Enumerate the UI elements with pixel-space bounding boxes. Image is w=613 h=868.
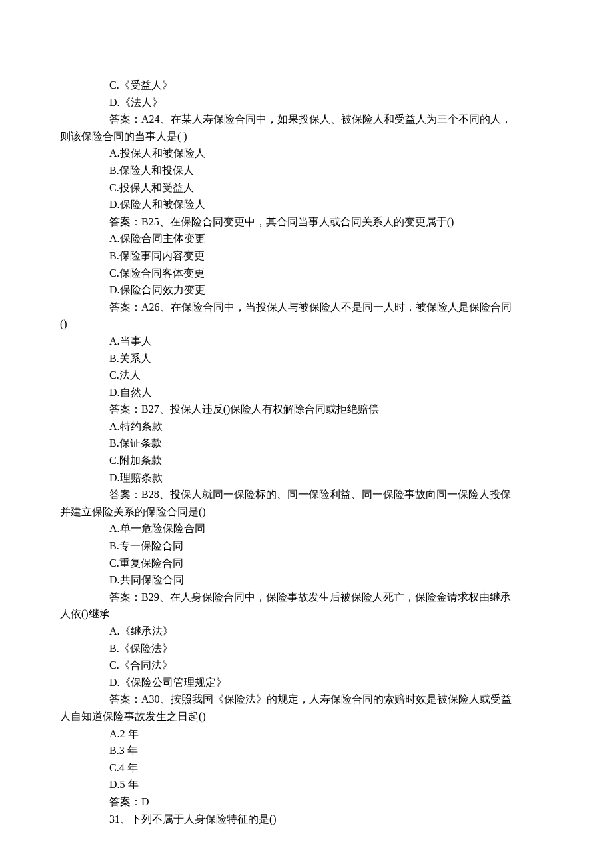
text-line: C.《合同法》 (60, 657, 553, 674)
text-line: D.理赔条款 (60, 469, 553, 487)
text-line: A.当事人 (60, 333, 553, 350)
text-line: D.自然人 (60, 384, 553, 401)
text-line: C.《受益人》 (60, 77, 553, 94)
text-line: B.保险人和投保人 (60, 162, 553, 179)
text-line: B.关系人 (60, 350, 553, 367)
text-line: A.《继承法》 (60, 623, 553, 640)
text-line: D.《保险公司管理规定》 (60, 674, 553, 691)
text-line: 答案：A26、在保险合同中，当投保人与被保险人不是同一人时，被保险人是保险合同 (60, 299, 553, 316)
text-line: C.附加条款 (60, 452, 553, 469)
text-line: 答案：A30、按照我国《保险法》的规定，人寿保险合同的索赔时效是被保险人或受益 (60, 691, 553, 708)
text-line: C.投保人和受益人 (60, 179, 553, 197)
text-line: B.《保险法》 (60, 640, 553, 657)
text-line: A.投保人和被保险人 (60, 145, 553, 162)
text-line: 答案：B27、投保人违反()保险人有权解除合同或拒绝赔偿 (60, 401, 553, 418)
text-line: D.5 年 (60, 776, 553, 793)
text-line: D.共同保险合同 (60, 571, 553, 589)
text-line: D.《法人》 (60, 94, 553, 111)
text-line: C.法人 (60, 367, 553, 384)
text-line: 答案：B28、投保人就同一保险标的、同一保险利益、同一保险事故向同一保险人投保 (60, 486, 553, 503)
text-line: A.2 年 (60, 725, 553, 743)
text-line: () (60, 315, 553, 333)
text-line: 答案：B25、在保险合同变更中，其合同当事人或合同关系人的变更属于() (60, 213, 553, 231)
text-line: 人依()继承 (60, 605, 553, 623)
text-line: 答案：A24、在某人寿保险合同中，如果投保人、被保险人和受益人为三个不同的人， (60, 111, 553, 128)
text-line: A.保险合同主体变更 (60, 230, 553, 247)
text-line: B.3 年 (60, 742, 553, 759)
text-line: 答案：D (60, 793, 553, 811)
text-line: A.特约条款 (60, 418, 553, 435)
document-content: C.《受益人》D.《法人》答案：A24、在某人寿保险合同中，如果投保人、被保险人… (60, 77, 553, 827)
text-line: C.重复保险合同 (60, 555, 553, 572)
text-line: 答案：B29、在人身保险合同中，保险事故发生后被保险人死亡，保险金请求权由继承 (60, 589, 553, 606)
text-line: 则该保险合同的当事人是( ) (60, 128, 553, 145)
text-line: D.保险人和被保险人 (60, 196, 553, 213)
text-line: B.保证条款 (60, 435, 553, 452)
text-line: 31、下列不属于人身保险特征的是() (60, 811, 553, 828)
text-line: D.保险合同效力变更 (60, 281, 553, 299)
text-line: A.单一危险保险合同 (60, 520, 553, 537)
text-line: C.4 年 (60, 759, 553, 777)
text-line: 人自知道保险事故发生之日起() (60, 708, 553, 725)
text-line: C.保险合同客体变更 (60, 265, 553, 282)
text-line: B.专一保险合同 (60, 537, 553, 555)
text-line: 并建立保险关系的保险合同是() (60, 503, 553, 521)
text-line: B.保险事同内容变更 (60, 247, 553, 265)
document-page: C.《受益人》D.《法人》答案：A24、在某人寿保险合同中，如果投保人、被保险人… (60, 77, 553, 827)
